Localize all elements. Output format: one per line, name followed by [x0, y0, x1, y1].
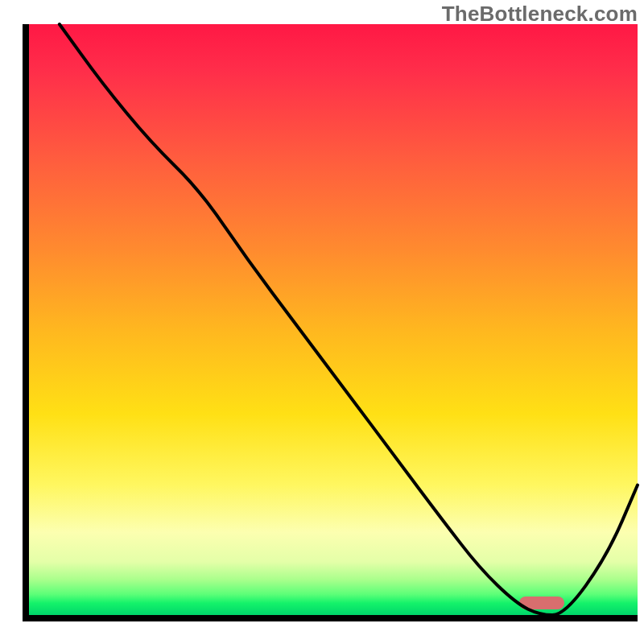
- x-axis: [23, 615, 638, 621]
- plot-area: [29, 24, 638, 615]
- watermark-text: TheBottleneck.com: [442, 2, 638, 27]
- bottleneck-curve: [29, 24, 638, 615]
- chart-frame: TheBottleneck.com: [0, 0, 644, 644]
- y-axis: [23, 24, 29, 621]
